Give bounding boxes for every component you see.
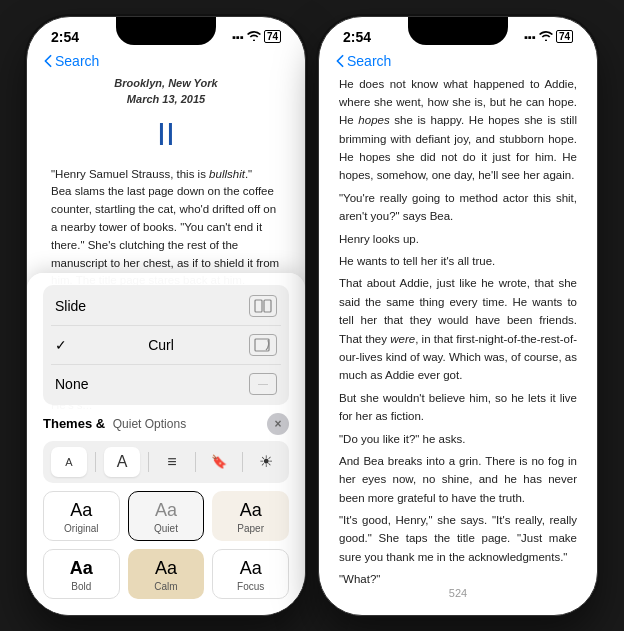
right-signal-icon: ▪▪▪ (524, 31, 536, 43)
font-decrease-button[interactable]: A (51, 447, 87, 477)
signal-icon: ▪▪▪ (232, 31, 244, 43)
slide-option-none[interactable]: None — (51, 367, 281, 401)
right-phone: 2:54 ▪▪▪ 74 Search (318, 16, 598, 616)
bookmark-icon[interactable]: 🔖 (204, 447, 234, 477)
right-book-content: He does not know what happened to Addie,… (319, 75, 597, 583)
overlay-panel: Slide ✓ Curl (27, 273, 305, 615)
none-icon: — (249, 373, 277, 395)
themes-label: Themes & Quiet Options × (43, 413, 289, 435)
slide-option-slide[interactable]: Slide (51, 289, 281, 323)
font-divider (95, 452, 96, 472)
right-notch (408, 17, 508, 45)
right-status-icons: ▪▪▪ 74 (524, 30, 573, 43)
font-divider2 (148, 452, 149, 472)
slide-icon (249, 295, 277, 317)
theme-bold[interactable]: Aa Bold (43, 549, 120, 599)
theme-paper[interactable]: Aa Paper (212, 491, 289, 541)
right-inner: He does not know what happened to Addie,… (319, 75, 597, 603)
left-time: 2:54 (51, 29, 79, 45)
font-controls: A A ≡ 🔖 ☀ (43, 441, 289, 483)
brightness-icon[interactable]: ☀ (251, 447, 281, 477)
right-nav-bar: Search (319, 49, 597, 75)
separator2 (51, 364, 281, 365)
page-number: 524 (319, 583, 597, 603)
battery-icon: 74 (264, 30, 281, 43)
theme-quiet[interactable]: Aa Quiet (128, 491, 205, 541)
right-battery-icon: 74 (556, 30, 573, 43)
right-wifi-icon (539, 31, 553, 43)
chapter-number: II (51, 110, 281, 158)
close-button[interactable]: × (267, 413, 289, 435)
theme-grid: Aa Original Aa Quiet Aa Paper Aa Bold Aa (43, 491, 289, 599)
font-divider4 (242, 452, 243, 472)
right-back-button[interactable]: Search (335, 53, 391, 69)
font-increase-button[interactable]: A (104, 447, 140, 477)
slide-option-curl[interactable]: ✓ Curl (51, 328, 281, 362)
font-divider3 (195, 452, 196, 472)
separator (51, 325, 281, 326)
theme-calm[interactable]: Aa Calm (128, 549, 205, 599)
svg-rect-0 (255, 300, 262, 312)
theme-original[interactable]: Aa Original (43, 491, 120, 541)
right-time: 2:54 (343, 29, 371, 45)
theme-focus[interactable]: Aa Focus (212, 549, 289, 599)
left-back-button[interactable]: Search (43, 53, 99, 69)
book-location: Brooklyn, New York March 13, 2015 (51, 75, 281, 108)
svg-rect-1 (264, 300, 271, 312)
left-phone: 2:54 ▪▪▪ 74 Search (26, 16, 306, 616)
wifi-icon (247, 31, 261, 43)
left-nav-bar: Search (27, 49, 305, 75)
list-icon[interactable]: ≡ (157, 447, 187, 477)
curl-icon (249, 334, 277, 356)
book-header: Brooklyn, New York March 13, 2015 II (51, 75, 281, 158)
slide-options: Slide ✓ Curl (43, 285, 289, 405)
notch (116, 17, 216, 45)
left-status-icons: ▪▪▪ 74 (232, 30, 281, 43)
